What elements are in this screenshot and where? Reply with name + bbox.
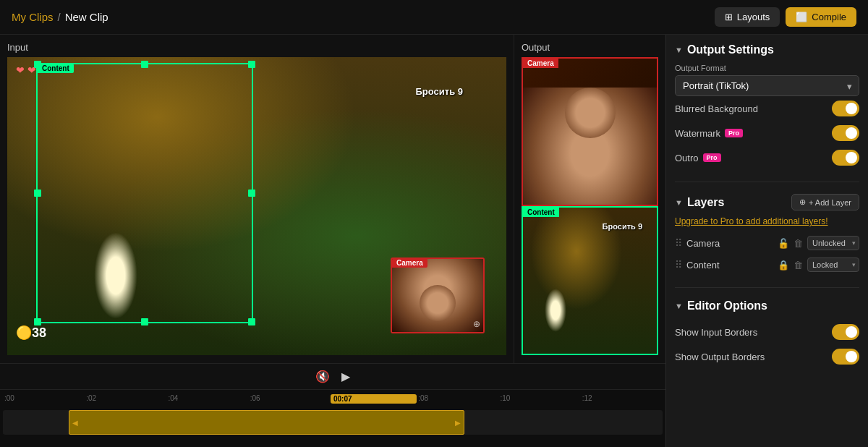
- divider-2: [675, 287, 859, 288]
- layers-title-group: ▼ Layers: [675, 196, 724, 209]
- blurred-bg-label: Blurred Background: [675, 103, 758, 114]
- editor-area: Input ❤ ❤ ❤ 🟡38 Бросить 9 Content: [0, 35, 665, 447]
- delete-icon-content[interactable]: 🗑: [793, 260, 803, 271]
- output-canvas[interactable]: Camera Content Бросить 9: [522, 57, 658, 355]
- play-button[interactable]: ▶: [341, 370, 350, 383]
- format-select[interactable]: Portrait (TikTok) Landscape (YouTube) Sq…: [675, 75, 859, 96]
- blurred-bg-row: Blurred Background: [675, 96, 859, 121]
- lock-open-icon-camera[interactable]: 🔓: [778, 238, 789, 249]
- breadcrumb-link[interactable]: My Clips: [12, 11, 54, 23]
- breadcrumb-separator: /: [58, 11, 61, 23]
- layer-drag-content[interactable]: ⠿: [675, 259, 682, 271]
- content-status-wrapper: Locked Unlocked ▾: [807, 257, 859, 272]
- add-layer-button[interactable]: ⊕ + Add Layer: [791, 194, 859, 210]
- output-face-shape: [565, 88, 616, 138]
- output-settings-header: ▼ Output Settings: [675, 43, 859, 56]
- timeline-mark-active[interactable]: 00:07: [331, 394, 417, 404]
- divider-1: [675, 182, 859, 182]
- resize-handle-b[interactable]: [141, 318, 148, 325]
- face-shape: [420, 285, 456, 321]
- breadcrumb: My Clips / New Clip: [12, 11, 109, 23]
- header-buttons: ⊞ Layouts ⬜ Compile: [715, 7, 856, 27]
- show-output-borders-toggle[interactable]: [832, 349, 859, 365]
- lock-closed-icon-content[interactable]: 🔒: [778, 260, 789, 271]
- layers-chevron[interactable]: ▼: [675, 198, 683, 207]
- outro-row: Outro Pro: [675, 145, 859, 170]
- layouts-button[interactable]: ⊞ Layouts: [715, 7, 780, 27]
- output-camera-section: Camera: [522, 57, 658, 206]
- layouts-icon: ⊞: [725, 12, 733, 22]
- score-display: 🟡38: [16, 325, 46, 341]
- add-layer-icon: ⊕: [799, 197, 806, 207]
- resize-handle-bl[interactable]: [34, 318, 41, 325]
- format-label: Output Format: [675, 64, 859, 72]
- timeline-mark-0[interactable]: :00: [3, 394, 85, 404]
- resize-handle-l[interactable]: [34, 190, 41, 197]
- output-settings-chevron[interactable]: ▼: [675, 46, 683, 54]
- output-settings-section: ▼ Output Settings Output Format Portrait…: [675, 43, 859, 170]
- output-label: Output: [522, 42, 658, 53]
- timeline-mark-3[interactable]: :06: [249, 394, 331, 404]
- content-status-select[interactable]: Locked Unlocked: [807, 257, 859, 272]
- timeline-ruler: :00 :02 :04 :06 00:07 :08 :10 :12: [3, 390, 663, 407]
- watermark-pro-badge: Pro: [725, 129, 743, 137]
- layers-header: ▼ Layers ⊕ + Add Layer: [675, 194, 859, 210]
- upgrade-link[interactable]: Upgrade to Pro to add additional layers!: [675, 216, 859, 226]
- compile-icon: ⬜: [796, 12, 807, 22]
- layer-drag-camera[interactable]: ⠿: [675, 237, 682, 249]
- delete-icon-camera[interactable]: 🗑: [793, 238, 803, 249]
- clip-trim-right[interactable]: ▶: [452, 411, 464, 434]
- header: My Clips / New Clip ⊞ Layouts ⬜ Compile: [0, 0, 868, 35]
- timeline-mark-6[interactable]: :10: [499, 394, 581, 404]
- timeline-mark-7[interactable]: :12: [581, 394, 663, 404]
- timeline-mark-5[interactable]: :08: [417, 394, 498, 404]
- timeline-track[interactable]: ◀ ▶: [3, 410, 663, 435]
- layers-section: ▼ Layers ⊕ + Add Layer Upgrade to Pro to…: [675, 194, 859, 276]
- editor-options-chevron[interactable]: ▼: [675, 302, 683, 310]
- resize-handle-r[interactable]: [248, 190, 255, 197]
- outro-pro-badge: Pro: [703, 153, 721, 162]
- camera-status-select[interactable]: Unlocked Locked: [807, 236, 859, 250]
- watermark-icon: ⊕: [473, 319, 480, 329]
- layer-name-content: Content: [686, 260, 773, 271]
- show-input-borders-toggle[interactable]: [832, 324, 859, 340]
- resize-handle-t[interactable]: [141, 61, 148, 68]
- timeline[interactable]: :00 :02 :04 :06 00:07 :08 :10 :12 ◀ ▶: [0, 389, 665, 447]
- layers-title: Layers: [687, 196, 725, 209]
- compile-button[interactable]: ⬜ Compile: [786, 7, 856, 27]
- output-face: [523, 88, 657, 206]
- camera-overlay-input[interactable]: Camera ⊕: [391, 257, 485, 333]
- watermark-toggle[interactable]: [832, 125, 859, 141]
- show-output-borders-label: Show Output Borders: [675, 352, 765, 362]
- output-panel: Output Camera Content Бросить 9: [514, 35, 665, 363]
- clip-trim-left[interactable]: ◀: [69, 411, 81, 434]
- right-panel: ▼ Output Settings Output Format Portrait…: [665, 35, 868, 447]
- show-input-borders-label: Show Input Borders: [675, 327, 757, 338]
- editor-options-section: ▼ Editor Options Show Input Borders Show…: [675, 299, 859, 369]
- resize-handle-tr[interactable]: [248, 61, 255, 68]
- camera-face-input: [392, 259, 483, 332]
- timeline-mark-2[interactable]: :04: [167, 394, 249, 404]
- game-text: Бросить 9: [416, 86, 463, 97]
- timeline-clip[interactable]: ◀ ▶: [69, 410, 464, 435]
- resize-handle-br[interactable]: [248, 318, 255, 325]
- output-settings-title: Output Settings: [687, 43, 774, 56]
- timeline-mark-1[interactable]: :02: [85, 394, 166, 404]
- layer-row-camera: ⠿ Camera 🔓 🗑 Unlocked Locked ▾: [675, 232, 859, 254]
- input-canvas[interactable]: ❤ ❤ ❤ 🟡38 Бросить 9 Content: [7, 57, 506, 355]
- content-selection-border[interactable]: Content: [36, 63, 253, 323]
- editor-options-title: Editor Options: [687, 299, 767, 312]
- layer-row-content: ⠿ Content 🔒 🗑 Locked Unlocked ▾: [675, 254, 859, 276]
- blurred-bg-toggle[interactable]: [832, 101, 859, 116]
- resize-handle-tl[interactable]: [34, 61, 41, 68]
- breadcrumb-current: New Clip: [65, 11, 109, 23]
- outro-label: Outro Pro: [675, 153, 721, 163]
- watermark-label: Watermark Pro: [675, 128, 743, 139]
- output-content-section: Content Бросить 9: [522, 206, 658, 355]
- main: Input ❤ ❤ ❤ 🟡38 Бросить 9 Content: [0, 35, 868, 447]
- outro-toggle[interactable]: [832, 150, 859, 166]
- format-select-wrapper: Portrait (TikTok) Landscape (YouTube) Sq…: [675, 75, 859, 96]
- volume-button[interactable]: 🔇: [315, 370, 330, 383]
- output-camera-tag: Camera: [523, 59, 558, 68]
- controls-bar: 🔇 ▶: [0, 363, 665, 389]
